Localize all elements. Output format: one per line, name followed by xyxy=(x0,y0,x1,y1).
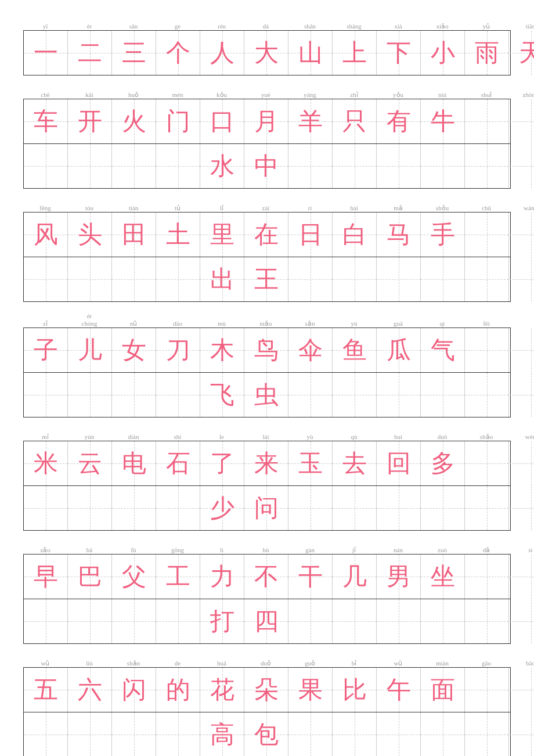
char-cell xyxy=(465,328,509,372)
pinyin-cell: tián xyxy=(111,204,156,212)
char-cell: 包 xyxy=(244,712,288,756)
char-cell xyxy=(509,486,534,530)
pinyin-cell: mǐ xyxy=(23,433,67,441)
pinyin-cell: nán xyxy=(376,546,420,554)
pinyin-cell: bāo xyxy=(508,660,534,667)
char-cell: 只 xyxy=(333,99,377,143)
char-cell xyxy=(24,373,68,417)
char-cell: 面 xyxy=(421,668,465,712)
pinyin-cell: nǚ xyxy=(111,320,156,327)
char-cell: 羊 xyxy=(288,99,333,143)
char-cell: 在 xyxy=(244,213,288,257)
pinyin-cell: yǔ xyxy=(464,23,508,30)
char-cell xyxy=(377,373,421,417)
char-cell: 坐 xyxy=(421,555,465,599)
char-cell: 父 xyxy=(112,555,156,599)
char-cell: 头 xyxy=(68,213,112,257)
char-cell: 早 xyxy=(24,555,68,599)
char-cell: 子 xyxy=(24,328,68,372)
char-cell: 手 xyxy=(421,213,465,257)
char-cell: 巴 xyxy=(68,555,112,599)
char-cell: 几 xyxy=(333,555,377,599)
character-group-row6: zǎobāfùgōnglìbùgànjǐnánzuòdǎsì早巴父工力不干几男坐… xyxy=(23,541,511,650)
char-cell xyxy=(68,373,112,417)
char-cell xyxy=(333,599,377,643)
pinyin-cell: yuè xyxy=(244,91,288,99)
pinyin-row: zǎobāfùgōnglìbùgànjǐnánzuòdǎsì xyxy=(23,541,511,554)
char-cell: 儿 xyxy=(68,328,112,372)
char-cell xyxy=(156,599,200,643)
char-cell: 开 xyxy=(68,99,112,143)
char-cell: 小 xyxy=(421,31,465,75)
char-cell xyxy=(465,668,509,712)
char-cell xyxy=(465,712,509,756)
char-cell xyxy=(156,144,200,188)
char-cell xyxy=(421,373,465,417)
pinyin-cell: qù xyxy=(332,433,376,441)
char-cell xyxy=(288,712,333,756)
char-cell: 三 xyxy=(112,31,156,75)
char-cell xyxy=(288,373,333,417)
char-cell: 大 xyxy=(244,31,288,75)
pinyin-cell: yù xyxy=(288,433,332,441)
char-cell: 果 xyxy=(288,668,333,712)
char-cell: 男 xyxy=(377,555,421,599)
char-cell xyxy=(24,712,68,756)
char-cell xyxy=(465,144,509,188)
char-cell: 个 xyxy=(156,31,200,75)
char-cell xyxy=(509,257,534,301)
char-cell xyxy=(24,257,68,301)
char-cell: 口 xyxy=(200,99,244,143)
char-cell xyxy=(465,486,509,530)
pinyin-cell: bǐ xyxy=(332,660,376,667)
pinyin-cell: gàn xyxy=(288,546,332,554)
pinyin-cell: dāo xyxy=(156,320,200,327)
char-cell: 木 xyxy=(200,328,244,372)
pinyin-cell: guǒ xyxy=(288,660,332,667)
pinyin-cell: huí xyxy=(376,433,420,441)
char-cell: 车 xyxy=(24,99,68,143)
char-cell: 风 xyxy=(24,213,68,257)
pinyin-cell: zǎo xyxy=(23,546,67,554)
pinyin-cell: zuò xyxy=(420,546,464,554)
pinyin-cell: fēng xyxy=(23,204,67,212)
pinyin-cell: chū xyxy=(464,204,508,212)
pinyin-cell: shí xyxy=(156,433,200,441)
char-cell: 人 xyxy=(200,31,244,75)
char-cell xyxy=(112,486,156,530)
pinyin-cell: wǔ xyxy=(23,660,67,667)
char-cell: 玉 xyxy=(288,441,333,485)
char-cell xyxy=(465,599,509,643)
pinyin-cell: chē xyxy=(23,91,67,99)
pinyin-cell: wèn xyxy=(508,433,534,441)
pinyin-cell: lì xyxy=(200,546,244,554)
char-cell: 鸟 xyxy=(244,328,288,372)
pinyin-cell: rì xyxy=(288,204,332,212)
character-group-row7: wǔliùshǎndehuāduǒguǒbǐwǔmiàngāobāo五六闪的花朵… xyxy=(23,654,511,756)
char-cell xyxy=(377,599,421,643)
char-cell: 工 xyxy=(156,555,200,599)
char-cell xyxy=(509,373,534,417)
char-cell: 米 xyxy=(24,441,68,485)
char-cell xyxy=(465,257,509,301)
char-cell: 回 xyxy=(377,441,421,485)
char-cell xyxy=(377,257,421,301)
character-group-row2: chēkāihuǒménkǒuyuèyángzhǐyǒuniúshuǐzhòng… xyxy=(23,86,511,195)
char-cell: 二 xyxy=(68,31,112,75)
char-cell xyxy=(112,144,156,188)
char-cell: 月 xyxy=(244,99,288,143)
pinyin-cell: kǒu xyxy=(200,91,244,99)
char-cell xyxy=(465,99,509,143)
char-cell: 五 xyxy=(24,668,68,712)
char-cell: 有 xyxy=(377,99,421,143)
pinyin-cell: shuǐ xyxy=(464,91,508,99)
pinyin-cell: gāo xyxy=(464,660,508,667)
char-cell: 虫 xyxy=(244,373,288,417)
pinyin-cell: yún xyxy=(67,433,111,441)
char-cell xyxy=(333,486,377,530)
char-cell xyxy=(509,99,534,143)
pinyin-cell: jǐ xyxy=(332,546,376,554)
char-cell xyxy=(288,599,333,643)
pinyin-row: wǔliùshǎndehuāduǒguǒbǐwǔmiàngāobāo xyxy=(23,654,511,667)
pinyin-cell: bù xyxy=(244,546,288,554)
